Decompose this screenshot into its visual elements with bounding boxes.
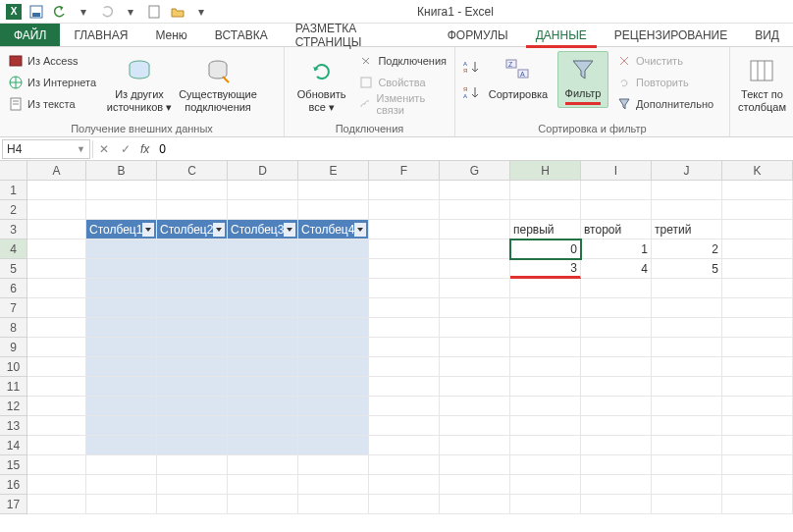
rowhead-12[interactable]: 12 bbox=[0, 397, 27, 416]
cell-F17[interactable] bbox=[369, 495, 440, 514]
cell-I16[interactable] bbox=[581, 475, 652, 495]
from-access-button[interactable]: Из Access bbox=[8, 51, 96, 71]
cell-D3[interactable]: Столбец3 bbox=[228, 220, 298, 239]
cell-J16[interactable] bbox=[652, 475, 722, 495]
tab-home[interactable]: ГЛАВНАЯ bbox=[60, 24, 141, 46]
refresh-all-button[interactable]: Обновить все ▾ bbox=[292, 51, 350, 114]
cell-J14[interactable] bbox=[652, 436, 722, 455]
cell-J6[interactable] bbox=[652, 279, 722, 298]
cell-J11[interactable] bbox=[652, 377, 722, 397]
edit-links-button[interactable]: Изменить связи bbox=[358, 94, 447, 114]
cell-E9[interactable] bbox=[298, 338, 369, 357]
rowhead-11[interactable]: 11 bbox=[0, 377, 27, 397]
cell-H13[interactable] bbox=[510, 416, 581, 436]
cell-C2[interactable] bbox=[157, 200, 228, 220]
cell-D4[interactable] bbox=[228, 239, 298, 259]
cell-E7[interactable] bbox=[298, 298, 369, 318]
cell-F8[interactable] bbox=[369, 318, 440, 338]
cell-K15[interactable] bbox=[722, 455, 793, 475]
cell-K8[interactable] bbox=[722, 318, 793, 338]
cell-G5[interactable] bbox=[440, 259, 510, 279]
cell-A9[interactable] bbox=[27, 338, 86, 357]
cell-J4[interactable]: 2 bbox=[652, 239, 722, 259]
cell-K13[interactable] bbox=[722, 416, 793, 436]
text-to-columns-button[interactable]: Текст по столбцам bbox=[738, 51, 786, 114]
cell-B4[interactable] bbox=[86, 239, 157, 259]
cell-D15[interactable] bbox=[228, 455, 298, 475]
filter-dropdown-B[interactable] bbox=[142, 223, 154, 237]
colhead-B[interactable]: B bbox=[86, 161, 157, 181]
cell-H10[interactable] bbox=[510, 357, 581, 377]
cell-F1[interactable] bbox=[369, 181, 440, 200]
colhead-H[interactable]: H bbox=[510, 161, 581, 181]
cell-K6[interactable] bbox=[722, 279, 793, 298]
tab-view[interactable]: ВИД bbox=[741, 24, 793, 46]
cell-G14[interactable] bbox=[440, 436, 510, 455]
cell-D9[interactable] bbox=[228, 338, 298, 357]
cell-B9[interactable] bbox=[86, 338, 157, 357]
cell-J10[interactable] bbox=[652, 357, 722, 377]
cell-F3[interactable] bbox=[369, 220, 440, 239]
cell-E2[interactable] bbox=[298, 200, 369, 220]
cell-A4[interactable] bbox=[27, 239, 86, 259]
advanced-filter-button[interactable]: Дополнительно bbox=[616, 94, 714, 114]
cell-B3[interactable]: Столбец1 bbox=[86, 220, 157, 239]
fx-icon[interactable]: fx bbox=[136, 142, 153, 156]
cell-C12[interactable] bbox=[157, 397, 228, 416]
rowhead-2[interactable]: 2 bbox=[0, 200, 27, 220]
qat-save[interactable] bbox=[27, 3, 45, 21]
cell-G1[interactable] bbox=[440, 181, 510, 200]
colhead-F[interactable]: F bbox=[369, 161, 440, 181]
cell-J12[interactable] bbox=[652, 397, 722, 416]
cell-I11[interactable] bbox=[581, 377, 652, 397]
cell-C4[interactable] bbox=[157, 239, 228, 259]
cell-D5[interactable] bbox=[228, 259, 298, 279]
cell-E8[interactable] bbox=[298, 318, 369, 338]
tab-file[interactable]: ФАЙЛ bbox=[0, 24, 60, 46]
cell-E1[interactable] bbox=[298, 181, 369, 200]
cell-B13[interactable] bbox=[86, 416, 157, 436]
cell-D14[interactable] bbox=[228, 436, 298, 455]
filter-button[interactable]: Фильтр bbox=[557, 51, 608, 108]
cell-I2[interactable] bbox=[581, 200, 652, 220]
cell-B10[interactable] bbox=[86, 357, 157, 377]
colhead-G[interactable]: G bbox=[440, 161, 510, 181]
cell-J15[interactable] bbox=[652, 455, 722, 475]
reapply-filter-button[interactable]: Повторить bbox=[616, 73, 714, 92]
rowhead-5[interactable]: 5 bbox=[0, 259, 27, 279]
cell-K1[interactable] bbox=[722, 181, 793, 200]
colhead-C[interactable]: C bbox=[157, 161, 228, 181]
existing-conn-button[interactable]: Существующие подключения bbox=[183, 51, 253, 114]
tab-data[interactable]: ДАННЫЕ bbox=[522, 24, 601, 46]
cell-F9[interactable] bbox=[369, 338, 440, 357]
cell-G13[interactable] bbox=[440, 416, 510, 436]
cell-B7[interactable] bbox=[86, 298, 157, 318]
qat-open[interactable] bbox=[169, 3, 186, 21]
filter-dropdown-D[interactable] bbox=[284, 223, 295, 237]
cell-A15[interactable] bbox=[27, 455, 86, 475]
cell-D8[interactable] bbox=[228, 318, 298, 338]
cell-I13[interactable] bbox=[581, 416, 652, 436]
cell-F12[interactable] bbox=[369, 397, 440, 416]
rowhead-13[interactable]: 13 bbox=[0, 416, 27, 436]
cell-C14[interactable] bbox=[157, 436, 228, 455]
cell-D2[interactable] bbox=[228, 200, 298, 220]
cell-G15[interactable] bbox=[440, 455, 510, 475]
cell-J13[interactable] bbox=[652, 416, 722, 436]
cell-H5[interactable]: 3 bbox=[510, 259, 581, 279]
cell-C1[interactable] bbox=[157, 181, 228, 200]
cell-K3[interactable] bbox=[722, 220, 793, 239]
cell-E6[interactable] bbox=[298, 279, 369, 298]
cell-E17[interactable] bbox=[298, 495, 369, 514]
cell-D1[interactable] bbox=[228, 181, 298, 200]
cell-K14[interactable] bbox=[722, 436, 793, 455]
cell-I17[interactable] bbox=[581, 495, 652, 514]
cell-C8[interactable] bbox=[157, 318, 228, 338]
cell-J17[interactable] bbox=[652, 495, 722, 514]
cell-I14[interactable] bbox=[581, 436, 652, 455]
cell-A3[interactable] bbox=[27, 220, 86, 239]
cell-K7[interactable] bbox=[722, 298, 793, 318]
cell-G3[interactable] bbox=[440, 220, 510, 239]
formula-bar[interactable] bbox=[153, 142, 793, 156]
rowhead-3[interactable]: 3 bbox=[0, 220, 27, 239]
